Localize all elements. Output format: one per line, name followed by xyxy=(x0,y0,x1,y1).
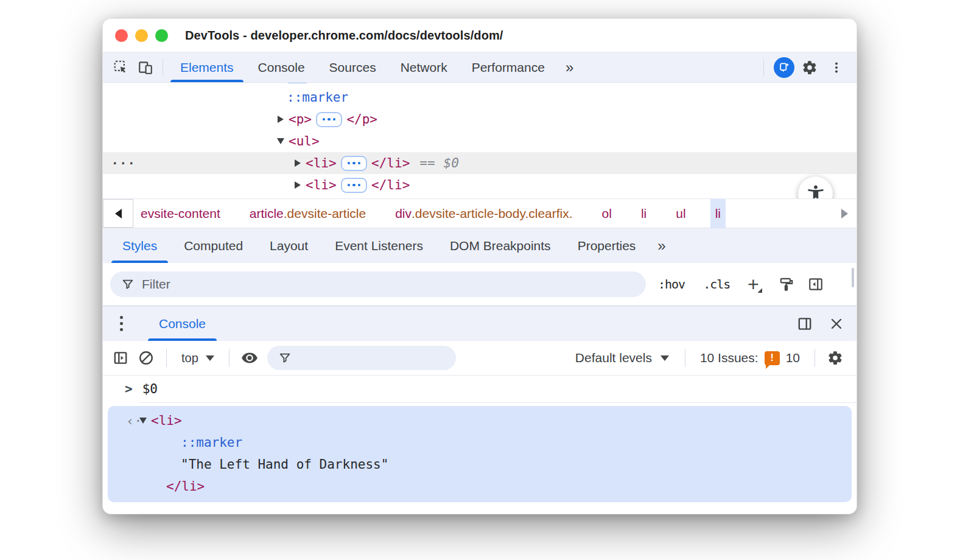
main-menu-kebab-icon[interactable] xyxy=(825,56,848,79)
toggle-element-state-button[interactable]: :hov xyxy=(652,273,691,295)
result-text-row[interactable]: "The Left Hand of Darkness" xyxy=(108,453,852,475)
ai-assistance-icon[interactable] xyxy=(774,57,794,78)
minimize-window-button[interactable] xyxy=(135,29,148,42)
dom-breadcrumb-bar: evsite-content article.devsite-article d… xyxy=(103,198,857,228)
tab-performance[interactable]: Performance xyxy=(460,52,557,82)
styles-filter-field[interactable] xyxy=(110,271,646,297)
ellipsis-expand-icon[interactable] xyxy=(284,83,311,83)
toggle-sidebar-panel-icon[interactable] xyxy=(804,273,827,296)
inspect-element-icon[interactable] xyxy=(109,52,133,82)
tab-styles[interactable]: Styles xyxy=(109,228,170,263)
dom-node-li-selected[interactable]: ··· <li> </li> == $0 xyxy=(103,152,857,174)
toolbar-divider xyxy=(229,349,229,367)
issues-counter-button[interactable]: 10 Issues: ! 10 xyxy=(694,351,806,365)
dom-node-p[interactable]: <p> </p> xyxy=(103,108,857,130)
ellipsis-expand-icon[interactable] xyxy=(316,112,343,127)
toolbar-divider xyxy=(685,349,685,367)
result-li-open-row[interactable]: ‹· <li> xyxy=(108,410,852,432)
tab-dom-breakpoints[interactable]: DOM Breakpoints xyxy=(436,228,564,263)
toolbar-right-actions xyxy=(757,52,848,82)
filter-funnel-icon xyxy=(278,351,292,365)
dom-node-li[interactable]: <li> </li> xyxy=(103,174,857,196)
scrollbar-thumb[interactable] xyxy=(852,268,854,287)
breadcrumb-forward-icon[interactable] xyxy=(841,209,848,219)
main-panel-tabs: Elements Console Sources Network Perform… xyxy=(168,52,557,82)
ellipsis-expand-icon[interactable] xyxy=(341,178,368,193)
node-options-dots-icon[interactable]: ··· xyxy=(111,156,136,170)
console-messages: > $0 ‹· <li> ::marker "The Left Hand of … xyxy=(103,376,857,514)
dom-node-ul-close-clipped[interactable]: </ul> xyxy=(103,196,857,198)
split-panel-icon[interactable] xyxy=(793,312,816,335)
breadcrumb-back-button[interactable] xyxy=(103,199,133,228)
toolbar-divider xyxy=(166,349,167,367)
paint-roller-icon[interactable] xyxy=(775,273,798,296)
collapse-arrow-icon[interactable] xyxy=(276,116,286,123)
console-settings-gear-icon[interactable] xyxy=(824,346,847,369)
drawer-tab-console[interactable]: Console xyxy=(145,306,219,341)
expand-arrow-icon[interactable] xyxy=(138,418,148,424)
settings-gear-icon[interactable] xyxy=(798,56,821,79)
styles-toolbar: :hov .cls + xyxy=(103,263,857,306)
breadcrumb-item[interactable]: div.devsite-article-body.clearfix. xyxy=(390,199,577,228)
breadcrumb-item[interactable]: article.devsite-article xyxy=(245,199,371,228)
elements-dom-tree: <li> </li> ::marker <p> </p> <ul> ··· <l… xyxy=(103,83,857,198)
long-press-corner-icon xyxy=(757,288,762,293)
breadcrumb-item[interactable]: evsite-content xyxy=(136,199,225,228)
breadcrumb-item[interactable]: ol xyxy=(597,199,617,228)
tab-sources[interactable]: Sources xyxy=(317,52,388,82)
breadcrumb-item-selected[interactable]: li xyxy=(710,199,726,228)
breadcrumb-item[interactable]: li xyxy=(636,199,651,228)
message-divider xyxy=(141,402,857,403)
element-classes-button[interactable]: .cls xyxy=(697,273,736,295)
expand-arrow-icon[interactable] xyxy=(276,138,286,144)
breadcrumb-item[interactable]: ul xyxy=(671,199,690,228)
tab-console[interactable]: Console xyxy=(246,52,317,82)
new-style-rule-button[interactable]: + xyxy=(742,273,764,295)
filter-funnel-icon xyxy=(121,278,135,291)
console-toolbar: top Default levels xyxy=(103,341,857,376)
default-levels-dropdown[interactable]: Default levels xyxy=(568,351,676,365)
toolbar-divider xyxy=(815,349,815,367)
tab-computed[interactable]: Computed xyxy=(170,228,256,263)
chevron-down-icon xyxy=(206,355,214,361)
live-expression-eye-icon[interactable] xyxy=(238,346,261,369)
drawer-header: Console xyxy=(103,306,857,341)
ellipsis-expand-icon[interactable] xyxy=(341,156,368,171)
styles-sidebar-tabs: Styles Computed Layout Event Listeners D… xyxy=(103,228,857,263)
close-drawer-icon[interactable] xyxy=(825,312,848,335)
collapse-arrow-icon[interactable] xyxy=(293,181,303,189)
more-tabs-button[interactable]: » xyxy=(557,52,581,82)
tab-network[interactable]: Network xyxy=(388,52,460,82)
tab-event-listeners[interactable]: Event Listeners xyxy=(321,228,436,263)
show-console-sidebar-icon[interactable] xyxy=(109,346,132,369)
device-toolbar-icon[interactable] xyxy=(133,52,158,82)
window-title: DevTools - developer.chrome.com/docs/dev… xyxy=(185,29,503,43)
console-result-highlighted[interactable]: ‹· <li> ::marker "The Left Hand of Darkn… xyxy=(108,406,852,502)
result-li-close-row[interactable]: </li> xyxy=(108,475,852,497)
more-sidebar-tabs-button[interactable]: » xyxy=(649,228,673,263)
console-command-text: $0 xyxy=(142,382,158,396)
tab-elements[interactable]: Elements xyxy=(168,52,246,82)
dom-node-marker-pseudo[interactable]: ::marker xyxy=(103,86,857,108)
styles-filter-input[interactable] xyxy=(142,277,635,292)
tab-properties[interactable]: Properties xyxy=(564,228,650,263)
console-filter-field[interactable] xyxy=(267,346,456,370)
tab-layout[interactable]: Layout xyxy=(256,228,321,263)
devtools-main-toolbar: Elements Console Sources Network Perform… xyxy=(103,52,857,83)
return-value-icon: ‹· xyxy=(108,413,138,429)
drawer-menu-kebab-icon[interactable] xyxy=(109,306,133,341)
dollar-zero-ref: $0 xyxy=(444,156,459,170)
collapse-arrow-icon[interactable] xyxy=(293,159,303,167)
issue-warning-icon: ! xyxy=(765,351,780,365)
dom-node-ul[interactable]: <ul> xyxy=(103,130,857,152)
console-command-entry[interactable]: > $0 xyxy=(103,376,857,402)
zoom-window-button[interactable] xyxy=(155,29,168,42)
clear-console-icon[interactable] xyxy=(135,346,158,369)
devtools-window: DevTools - developer.chrome.com/docs/dev… xyxy=(102,18,857,514)
javascript-context-dropdown[interactable]: top xyxy=(175,351,220,365)
chevron-left-icon xyxy=(115,209,122,219)
result-marker-row[interactable]: ::marker xyxy=(108,432,852,453)
close-window-button[interactable] xyxy=(115,29,128,42)
toolbar-divider xyxy=(163,58,163,76)
traffic-lights xyxy=(115,29,168,42)
